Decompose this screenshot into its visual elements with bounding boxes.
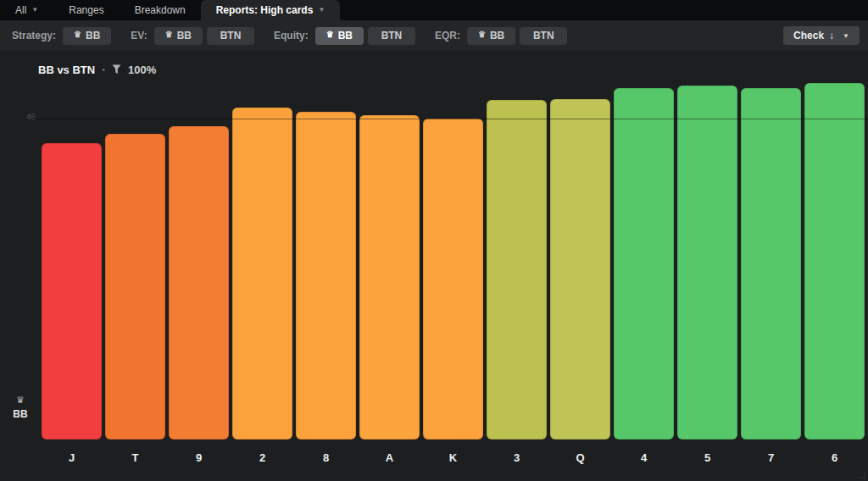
bar-chart: JT928AK3Q4576 [0, 51, 868, 481]
tab-all[interactable]: All▼ [0, 0, 53, 20]
x-axis-label-2: 2 [232, 451, 292, 464]
x-axis-label-8: 8 [296, 451, 356, 464]
x-axis-label-7: 7 [741, 451, 801, 464]
toolbar-group-label: Strategy: [12, 30, 56, 41]
down-arrow-icon: ↓ [829, 30, 834, 41]
strategy-bb-button[interactable]: ♛BB [63, 27, 111, 45]
crown-icon: ♛ [478, 30, 486, 39]
eqr-bb-button[interactable]: ♛BB [467, 27, 515, 45]
tab-label: Reports: High cards [216, 4, 314, 16]
gridline-46 [24, 119, 868, 119]
toolbar: Strategy:♛BBEV:♛BBBTNEquity:♛BBBTNEQR:♛B… [0, 20, 868, 51]
tab-ranges[interactable]: Ranges [53, 0, 119, 20]
toolbar-group-label: Equity: [274, 30, 309, 41]
bar-7[interactable] [741, 88, 801, 440]
bar-2[interactable] [232, 108, 292, 440]
toolbar-group-equity: Equity:♛BBBTN [274, 27, 420, 45]
crown-icon: ♛ [326, 30, 334, 39]
x-axis-label-3: 3 [487, 451, 547, 464]
chevron-down-icon: ▼ [31, 7, 38, 14]
ev-bb-button[interactable]: ♛BB [154, 27, 203, 45]
button-label: BB [490, 30, 504, 41]
eqr-btn-button[interactable]: BTN [520, 27, 567, 45]
bar-k[interactable] [423, 119, 483, 440]
x-axis-label-9: 9 [169, 451, 229, 464]
tab-reports-high-cards[interactable]: Reports: High cards▼ [201, 0, 341, 20]
crown-icon: ♛ [8, 395, 32, 405]
x-axis-label-t: T [105, 451, 165, 464]
bar-6[interactable] [804, 83, 865, 440]
action-label: Check [793, 30, 824, 41]
equity-bb-button[interactable]: ♛BB [315, 27, 364, 45]
crown-icon: ♛ [165, 30, 173, 39]
button-label: BTN [220, 30, 242, 41]
button-label: BTN [533, 30, 554, 41]
tab-bar: All▼RangesBreakdownReports: High cards▼ [0, 0, 868, 20]
tab-breakdown[interactable]: Breakdown [120, 0, 201, 20]
bar-3[interactable] [487, 100, 547, 440]
row-player-name: BB [8, 408, 32, 420]
bar-j[interactable] [42, 143, 102, 440]
bar-5[interactable] [677, 86, 737, 440]
toolbar-group-label: EQR: [435, 30, 460, 41]
toolbar-group-label: EV: [131, 30, 147, 41]
row-label-bb: ♛ BB [8, 396, 32, 420]
ev-btn-button[interactable]: BTN [207, 27, 254, 45]
x-axis-label-4: 4 [614, 451, 674, 464]
chevron-down-icon: ▼ [843, 32, 849, 40]
x-axis-label-q: Q [550, 451, 610, 464]
button-label: BB [86, 30, 100, 41]
toolbar-group-eqr: EQR:♛BBBTN [435, 27, 571, 45]
bar-8[interactable] [296, 112, 356, 440]
bar-9[interactable] [169, 126, 229, 440]
x-axis-label-a: A [359, 451, 420, 464]
bar-4[interactable] [614, 88, 674, 440]
button-label: BTN [381, 30, 403, 41]
y-axis-grid-label: 46 [26, 113, 36, 122]
tab-label: Ranges [69, 4, 103, 16]
tab-label: Breakdown [135, 4, 186, 16]
bar-q[interactable] [550, 99, 610, 440]
button-label: BB [338, 30, 353, 41]
toolbar-group-strategy: Strategy:♛BB [12, 27, 115, 45]
resize-grip[interactable] [859, 472, 865, 478]
x-axis-label-6: 6 [804, 451, 865, 464]
action-dropdown-button[interactable]: Check↓ ▼ [783, 26, 860, 45]
x-axis-label-5: 5 [677, 451, 737, 464]
equity-btn-button[interactable]: BTN [368, 27, 415, 45]
tab-label: All [15, 4, 26, 16]
crown-icon: ♛ [74, 30, 81, 39]
button-label: BB [177, 30, 192, 41]
x-axis-label-k: K [423, 451, 483, 464]
toolbar-group-ev: EV:♛BBBTN [131, 27, 259, 45]
toolbar-groups: Strategy:♛BBEV:♛BBBTNEquity:♛BBBTNEQR:♛B… [12, 27, 587, 45]
report-content: BB vs BTN • 100% 46 JT928AK3Q4576 ♛ BB [0, 51, 868, 481]
chevron-down-icon: ▼ [318, 7, 325, 14]
x-axis-label-j: J [42, 451, 102, 464]
bar-t[interactable] [105, 134, 165, 440]
bar-a[interactable] [359, 115, 420, 440]
